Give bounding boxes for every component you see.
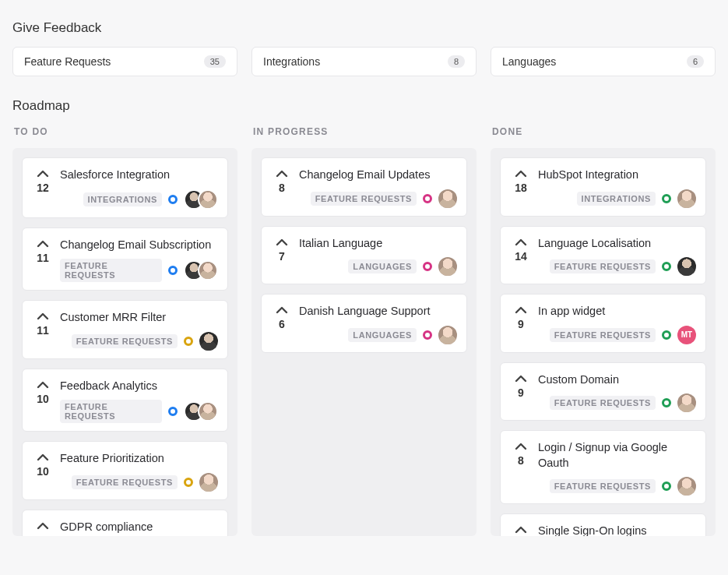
upvote-button[interactable]: 7 xyxy=(271,236,293,277)
chevron-up-icon xyxy=(37,239,49,249)
upvote-button[interactable]: 11 xyxy=(32,238,54,283)
roadmap-card[interactable]: 11Changelog Email SubscriptionFEATURE RE… xyxy=(22,228,228,291)
chevron-up-icon xyxy=(37,521,49,531)
category-languages[interactable]: Languages6 xyxy=(491,47,716,76)
status-indicator xyxy=(168,266,178,275)
roadmap-card[interactable]: 8Changelog Email UpdatesFEATURE REQUESTS xyxy=(261,157,467,217)
status-indicator xyxy=(184,478,193,487)
avatar xyxy=(198,401,218,422)
card-main: Feedback AnalyticsFEATURE REQUESTS xyxy=(60,379,218,424)
roadmap-card[interactable]: 14Language LocalisationFEATURE REQUESTS xyxy=(500,226,706,285)
roadmap-columns: TO DO12Salesforce IntegrationINTEGRATION… xyxy=(12,125,716,536)
roadmap-card[interactable]: 10GDPR complianceFEATURE REQUESTS xyxy=(22,510,228,536)
card-main: HubSpot IntegrationINTEGRATIONS xyxy=(538,168,696,208)
upvote-button[interactable]: 14 xyxy=(510,236,532,277)
status-indicator xyxy=(184,337,193,346)
roadmap-card[interactable]: 10Feedback AnalyticsFEATURE REQUESTS xyxy=(22,369,228,432)
card-main: Changelog Email UpdatesFEATURE REQUESTS xyxy=(299,168,457,208)
category-tag: FEATURE REQUESTS xyxy=(550,328,656,342)
category-count-badge: 35 xyxy=(204,55,226,68)
chevron-up-icon xyxy=(515,238,527,247)
column-title: IN PROGRESS xyxy=(253,126,477,137)
vote-count: 8 xyxy=(279,182,285,194)
upvote-button[interactable]: 12 xyxy=(32,168,54,210)
upvote-button[interactable]: 11 xyxy=(32,310,54,351)
card-title: Changelog Email Subscription xyxy=(60,238,218,253)
card-footer: FEATURE REQUESTS xyxy=(538,257,696,276)
roadmap-card[interactable]: 9Custom DomainFEATURE REQUESTS xyxy=(500,362,706,422)
category-tag: INTEGRATIONS xyxy=(83,192,163,206)
column-body[interactable]: 18HubSpot IntegrationINTEGRATIONS14Langu… xyxy=(491,148,716,536)
vote-count: 9 xyxy=(518,318,524,330)
category-integrations[interactable]: Integrations8 xyxy=(251,47,477,76)
avatar xyxy=(677,477,696,496)
card-footer: LANGUAGES xyxy=(299,257,457,276)
card-main: Italian LanguageLANGUAGES xyxy=(299,236,457,277)
upvote-button[interactable]: 9 xyxy=(510,304,532,344)
card-footer: FEATURE REQUESTS xyxy=(538,393,696,412)
category-row: Feature Requests35Integrations8Languages… xyxy=(12,47,716,76)
card-footer: FEATURE REQUESTS xyxy=(60,473,218,492)
vote-count: 11 xyxy=(37,324,49,337)
roadmap-card[interactable]: 6Danish Language SupportLANGUAGES xyxy=(261,294,467,353)
chevron-up-icon xyxy=(515,442,527,451)
upvote-button[interactable]: 8 xyxy=(271,168,293,208)
avatar xyxy=(438,257,457,276)
status-indicator xyxy=(423,330,432,340)
vote-count: 18 xyxy=(515,182,527,194)
category-feature-requests[interactable]: Feature Requests35 xyxy=(12,47,237,76)
vote-count: 9 xyxy=(518,386,524,399)
roadmap-card[interactable]: 9In app widgetFEATURE REQUESTSMT xyxy=(500,294,706,353)
column-body[interactable]: 12Salesforce IntegrationINTEGRATIONS11Ch… xyxy=(12,148,237,536)
upvote-button[interactable]: 8 xyxy=(510,440,532,496)
card-title: Feature Prioritization xyxy=(60,451,218,467)
avatar-stack xyxy=(184,401,218,422)
avatar xyxy=(677,257,696,276)
card-title: Custom Domain xyxy=(538,372,696,388)
card-footer: LANGUAGES xyxy=(299,326,457,344)
roadmap-card[interactable]: 8Login / Signup via Google OauthFEATURE … xyxy=(500,430,706,504)
card-main: Login / Signup via Google OauthFEATURE R… xyxy=(538,440,696,496)
category-label: Languages xyxy=(502,55,556,68)
card-footer: FEATURE REQUESTS xyxy=(299,189,457,208)
column-title: DONE xyxy=(492,126,716,137)
vote-count: 12 xyxy=(37,182,49,194)
column-body[interactable]: 8Changelog Email UpdatesFEATURE REQUESTS… xyxy=(251,148,477,536)
avatar-stack xyxy=(184,189,218,210)
card-title: Language Localisation xyxy=(538,236,696,252)
upvote-button[interactable]: 10 xyxy=(32,379,54,424)
upvote-button[interactable]: 7 xyxy=(510,524,532,536)
chevron-up-icon xyxy=(37,312,49,321)
chevron-up-icon xyxy=(37,453,49,462)
chevron-up-icon xyxy=(37,380,49,390)
card-title: Danish Language Support xyxy=(299,304,457,319)
card-main: Danish Language SupportLANGUAGES xyxy=(299,304,457,344)
upvote-button[interactable]: 6 xyxy=(271,304,293,344)
upvote-button[interactable]: 10 xyxy=(32,451,54,492)
roadmap-card[interactable]: 10Feature PrioritizationFEATURE REQUESTS xyxy=(22,441,228,500)
avatar xyxy=(198,189,218,210)
category-count-badge: 8 xyxy=(448,55,465,68)
upvote-button[interactable]: 10 xyxy=(32,520,54,536)
roadmap-title: Roadmap xyxy=(12,98,716,114)
roadmap-card[interactable]: 7Italian LanguageLANGUAGES xyxy=(261,226,467,285)
avatar xyxy=(198,260,218,280)
status-indicator xyxy=(662,194,671,203)
category-tag: FEATURE REQUESTS xyxy=(60,400,162,423)
vote-count: 7 xyxy=(279,250,285,263)
roadmap-card[interactable]: 11Customer MRR FilterFEATURE REQUESTS xyxy=(22,300,228,359)
upvote-button[interactable]: 18 xyxy=(510,168,532,208)
column-to-do: TO DO12Salesforce IntegrationINTEGRATION… xyxy=(12,125,237,536)
card-footer: FEATURE REQUESTS xyxy=(538,477,696,496)
vote-count: 14 xyxy=(515,250,527,263)
roadmap-card[interactable]: 18HubSpot IntegrationINTEGRATIONS xyxy=(500,157,706,217)
chevron-up-icon xyxy=(276,305,288,315)
give-feedback-title: Give Feedback xyxy=(12,20,716,36)
card-main: Language LocalisationFEATURE REQUESTS xyxy=(538,236,696,277)
chevron-up-icon xyxy=(37,169,49,178)
roadmap-card[interactable]: 7Single Sign-On loginsFEATURE REQUESTS xyxy=(500,513,706,536)
roadmap-card[interactable]: 12Salesforce IntegrationINTEGRATIONS xyxy=(22,157,228,218)
chevron-up-icon xyxy=(515,374,527,383)
upvote-button[interactable]: 9 xyxy=(510,372,532,413)
card-main: In app widgetFEATURE REQUESTSMT xyxy=(538,304,696,344)
